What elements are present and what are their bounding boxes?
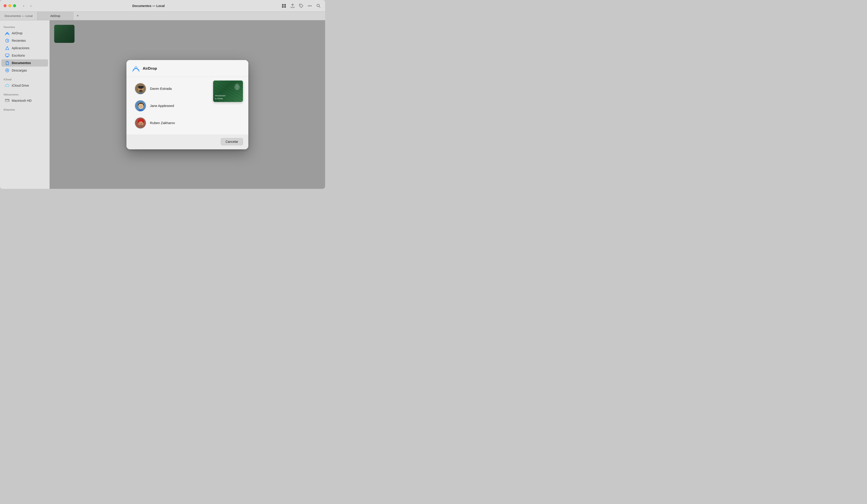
close-button[interactable] [3, 4, 7, 7]
svg-rect-11 [6, 54, 9, 56]
contact-ruben[interactable]: Ruben Zakharov [132, 115, 208, 131]
escritorio-icon [5, 53, 10, 58]
sidebar-item-airdrop[interactable]: AirDrop [1, 30, 48, 37]
airdrop-modal: AirDrop [127, 60, 248, 149]
nav-buttons: ‹ › [21, 3, 34, 9]
svg-point-6 [309, 6, 310, 6]
file-area: AirDrop [50, 20, 325, 189]
airdrop-sidebar-icon [5, 31, 10, 35]
avatar-daren [135, 83, 146, 95]
sidebar-item-icloud-drive[interactable]: iCloud Drive [1, 82, 48, 89]
drive-icon [5, 98, 10, 103]
modal-overlay: AirDrop [50, 20, 325, 189]
tabs-bar: Documentos — Local AirDrop + [0, 12, 325, 20]
sidebar-item-escritorio-label: Escritorio [12, 54, 25, 57]
svg-point-29 [140, 106, 140, 106]
title-bar: ‹ › Documentos — Local [0, 0, 325, 12]
minimize-button[interactable] [8, 4, 11, 7]
sidebar-item-airdrop-label: AirDrop [12, 31, 22, 35]
tab-documentos[interactable]: Documentos — Local [0, 12, 37, 20]
sidebar-item-recientes-label: Recientes [12, 39, 26, 42]
avatar-ruben [135, 117, 146, 129]
tab-add-button[interactable]: + [73, 12, 82, 20]
svg-point-28 [138, 103, 143, 109]
maximize-button[interactable] [13, 4, 16, 7]
svg-point-8 [317, 4, 319, 7]
svg-point-7 [311, 6, 312, 6]
contact-jane[interactable]: Jane Appleseed [132, 98, 208, 114]
svg-point-39 [141, 123, 142, 124]
tab-airdrop[interactable]: AirDrop [37, 12, 73, 20]
sidebar-item-icloud-label: iCloud Drive [12, 84, 29, 87]
sidebar-section-favoritos: Favoritos [0, 24, 50, 29]
tag-icon[interactable] [298, 3, 304, 9]
svg-point-21 [138, 86, 143, 89]
sidebar-item-macintosh-hd[interactable]: Macintosh HD [1, 97, 48, 104]
contacts-list: Daren Estrada [132, 80, 208, 131]
back-button[interactable]: ‹ [21, 3, 27, 9]
toolbar-right [281, 3, 321, 9]
traffic-lights [3, 4, 16, 7]
svg-rect-3 [284, 6, 286, 8]
contact-jane-name: Jane Appleseed [150, 104, 174, 108]
view-icon[interactable] [281, 3, 287, 9]
cancel-button[interactable]: Cancelar [221, 138, 243, 145]
svg-point-38 [140, 123, 140, 124]
file-preview: Introduction to Plants [213, 80, 243, 102]
icloud-icon [5, 83, 10, 88]
contact-daren[interactable]: Daren Estrada [132, 80, 208, 97]
more-icon[interactable] [307, 3, 313, 9]
aplicaciones-icon [5, 46, 10, 50]
svg-point-4 [300, 5, 301, 6]
sidebar-section-ubicaciones: Ubicaciones [0, 91, 50, 97]
contact-ruben-name: Ruben Zakharov [150, 121, 175, 125]
sidebar-item-aplicaciones-label: Aplicaciones [12, 46, 30, 50]
sidebar: Favoritos AirDrop [0, 20, 50, 189]
svg-rect-2 [282, 6, 283, 8]
sidebar-item-documentos[interactable]: Documentos [1, 59, 48, 67]
sidebar-item-escritorio[interactable]: Escritorio [1, 52, 48, 59]
sidebar-item-documentos-label: Documentos [12, 61, 31, 65]
descargas-icon [5, 68, 10, 73]
share-icon[interactable] [289, 3, 296, 9]
svg-rect-1 [284, 4, 286, 6]
forward-button[interactable]: › [28, 3, 34, 9]
documentos-icon [5, 61, 10, 65]
avatar-jane [135, 100, 146, 112]
svg-point-15 [8, 100, 9, 101]
sidebar-item-recientes[interactable]: Recientes [1, 37, 48, 44]
svg-point-5 [308, 6, 309, 6]
window-title: Documentos — Local [37, 4, 260, 8]
recientes-icon [5, 39, 10, 43]
modal-header: AirDrop [127, 60, 248, 77]
modal-body: Daren Estrada [127, 77, 248, 135]
sidebar-section-etiquetas: Etiquetas [0, 107, 50, 112]
search-icon[interactable] [315, 3, 321, 9]
sidebar-item-aplicaciones[interactable]: Aplicaciones [1, 44, 48, 52]
modal-title: AirDrop [143, 66, 157, 71]
sidebar-item-macintosh-label: Macintosh HD [12, 99, 32, 102]
svg-point-23 [140, 88, 140, 89]
modal-footer: Cancelar [127, 135, 248, 149]
content-area: Favoritos AirDrop [0, 20, 325, 189]
svg-rect-0 [282, 4, 283, 6]
contact-daren-name: Daren Estrada [150, 87, 172, 90]
svg-point-22 [139, 90, 143, 92]
sidebar-item-descargas[interactable]: Descargas [1, 67, 48, 74]
sidebar-section-icloud: iCloud [0, 76, 50, 82]
sidebar-item-descargas-label: Descargas [12, 68, 27, 72]
svg-point-37 [139, 124, 143, 127]
svg-point-30 [141, 106, 142, 106]
file-preview-label: Introduction to Plants [215, 94, 226, 100]
finder-window: ‹ › Documentos — Local [0, 0, 325, 189]
modal-airdrop-icon [132, 65, 140, 73]
svg-point-24 [141, 88, 142, 89]
